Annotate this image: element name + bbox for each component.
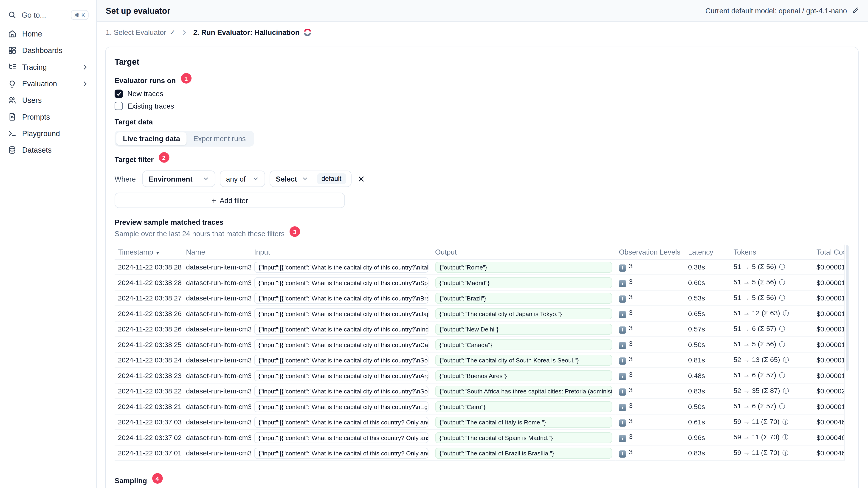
sidebar-item-dashboards[interactable]: Dashboards — [0, 42, 96, 59]
evaluator-runs-on-label: Evaluator runs on 1 — [115, 75, 849, 86]
sidebar-item-home[interactable]: Home — [0, 26, 96, 42]
sidebar-item-users[interactable]: Users — [0, 92, 96, 108]
output-cell-chip: {"output":"Brazil"} — [435, 292, 612, 303]
sidebar-item-evaluation[interactable]: Evaluation — [0, 75, 96, 92]
table-row[interactable]: 2024-11-22 03:38:28dataset-run-item-cm3s… — [115, 259, 849, 275]
input-cell: {"input":[{"content":"What is the capita… — [251, 259, 432, 275]
output-cell-chip: {"output":"Cairo"} — [435, 401, 612, 412]
breadcrumb-step-1[interactable]: 1. Select Evaluator ✓ — [105, 28, 176, 36]
table-row[interactable]: 2024-11-22 03:37:01dataset-run-item-cm3s… — [115, 445, 849, 461]
datasets-icon — [8, 145, 17, 155]
latency-cell: 0.50s — [685, 399, 730, 414]
tokens-cell: 51 → 6 (Σ 57)ⓘ — [730, 368, 813, 383]
breadcrumb: 1. Select Evaluator ✓ 2. Run Evaluator: … — [97, 22, 868, 41]
table-row[interactable]: 2024-11-22 03:37:03dataset-run-item-cm3s… — [115, 414, 849, 430]
default-model-indicator: Current default model: openai / gpt-4.1-… — [706, 6, 859, 15]
sidebar-item-label: Datasets — [22, 146, 52, 154]
observation-level-icon: i — [619, 419, 626, 426]
main-area: Set up evaluator Current default model: … — [97, 0, 868, 488]
sidebar-item-datasets[interactable]: Datasets — [0, 142, 96, 158]
total-cost-cell: $0.000011 ( — [813, 321, 849, 337]
total-cost-cell: $0.000011 ( — [813, 368, 849, 383]
sidebar-item-prompts[interactable]: Prompts — [0, 108, 96, 125]
output-cell: {"output":"The capital of Spain is Madri… — [432, 430, 615, 445]
observation-levels-cell: i3 — [616, 383, 685, 399]
setup-card: Target Evaluator runs on 1 New traces Ex… — [105, 46, 859, 488]
app-window: Go to... ⌘ K HomeDashboardsTracingEvalua… — [0, 0, 868, 488]
search-icon — [8, 10, 17, 20]
table-row[interactable]: 2024-11-22 03:38:26dataset-run-item-cm3s… — [115, 306, 849, 321]
table-row[interactable]: 2024-11-22 03:38:27dataset-run-item-cm3s… — [115, 290, 849, 306]
target-filter-label: Target filter 2 — [115, 155, 849, 165]
output-cell-chip: {"output":"The capital of Italy is Rome.… — [435, 416, 612, 427]
observation-level-icon: i — [619, 450, 626, 457]
sidebar: Go to... ⌘ K HomeDashboardsTracingEvalua… — [0, 0, 97, 488]
timestamp-cell: 2024-11-22 03:37:03 — [115, 414, 183, 430]
tokens-cell: 59 → 11 (Σ 70)ⓘ — [730, 430, 813, 445]
sidebar-item-tracing[interactable]: Tracing — [0, 59, 96, 75]
col-header-timestamp[interactable]: Timestamp▼ — [115, 245, 183, 259]
table-row[interactable]: 2024-11-22 03:38:21dataset-run-item-cm3s… — [115, 399, 849, 414]
filter-operator-select[interactable]: any of — [220, 170, 266, 187]
default-model-text: Current default model: openai / gpt-4.1-… — [706, 6, 847, 15]
table-row[interactable]: 2024-11-22 03:38:25dataset-run-item-cm3s… — [115, 337, 849, 352]
latency-cell: 0.61s — [685, 414, 730, 430]
output-cell-chip: {"output":"The capital of Brazil is Bras… — [435, 447, 612, 458]
tab-live-tracing-data[interactable]: Live tracing data — [116, 132, 187, 145]
sidebar-item-label: Tracing — [22, 63, 46, 71]
filter-value-select[interactable]: Select default — [270, 170, 352, 187]
latency-cell: 0.48s — [685, 368, 730, 383]
chevron-right-icon — [181, 29, 188, 36]
table-row[interactable]: 2024-11-22 03:38:26dataset-run-item-cm3s… — [115, 321, 849, 337]
timestamp-cell: 2024-11-22 03:38:26 — [115, 306, 183, 321]
table-row[interactable]: 2024-11-22 03:38:28dataset-run-item-cm3s… — [115, 275, 849, 290]
col-header-total-cost: Total Cost — [813, 245, 849, 259]
sidebar-item-playground[interactable]: Playground — [0, 125, 96, 142]
remove-filter-button[interactable] — [357, 175, 366, 183]
latency-cell: 0.57s — [685, 321, 730, 337]
prompts-icon — [8, 112, 17, 121]
table-scrollbar[interactable] — [844, 245, 849, 461]
observation-levels-cell: i3 — [616, 259, 685, 275]
output-cell-chip: {"output":"The capital of Spain is Madri… — [435, 432, 612, 443]
input-cell-chip: {"input":[{"content":"What is the capita… — [254, 354, 429, 365]
goto-search[interactable]: Go to... ⌘ K — [0, 7, 96, 23]
output-cell: {"output":"Brazil"} — [432, 290, 615, 306]
sampling-section: Sampling 4 % — [115, 476, 849, 488]
info-icon: ⓘ — [782, 449, 788, 456]
input-cell-chip: {"input":[{"content":"What is the capita… — [254, 323, 429, 334]
add-filter-button[interactable]: + Add filter — [115, 193, 345, 208]
scrollbar-thumb[interactable] — [845, 245, 848, 371]
table-row[interactable]: 2024-11-22 03:38:24dataset-run-item-cm3s… — [115, 352, 849, 368]
info-icon: ⓘ — [779, 294, 785, 301]
total-cost-cell: $0.00046 ( — [813, 430, 849, 445]
latency-cell: 0.53s — [685, 290, 730, 306]
table-row[interactable]: 2024-11-22 03:38:22dataset-run-item-cm3s… — [115, 383, 849, 399]
total-cost-cell: $0.000015 — [813, 306, 849, 321]
page-header: Set up evaluator Current default model: … — [97, 0, 868, 22]
output-cell-chip: {"output":"Rome"} — [435, 261, 612, 272]
preview-subheading: Sample over the last 24 hours that match… — [115, 229, 849, 239]
sort-desc-icon: ▼ — [155, 251, 160, 256]
table-row[interactable]: 2024-11-22 03:38:23dataset-run-item-cm3s… — [115, 368, 849, 383]
total-cost-cell: $0.000029 — [813, 383, 849, 399]
col-header-name: Name — [183, 245, 251, 259]
info-icon: ⓘ — [779, 263, 785, 270]
checkbox-new-traces[interactable]: New traces — [115, 90, 849, 98]
table-row[interactable]: 2024-11-22 03:37:02dataset-run-item-cm3s… — [115, 430, 849, 445]
output-cell-chip: {"output":"Madrid"} — [435, 277, 612, 288]
edit-pencil-icon[interactable] — [851, 7, 859, 14]
observation-levels-cell: i3 — [616, 275, 685, 290]
output-cell: {"output":"Cairo"} — [432, 399, 615, 414]
input-cell: {"input":[{"content":"What is the capita… — [251, 445, 432, 461]
tab-experiment-runs[interactable]: Experiment runs — [187, 132, 252, 145]
traces-table-wrap: Timestamp▼ Name Input Output Observation… — [115, 245, 849, 461]
col-header-input: Input — [251, 245, 432, 259]
output-cell: {"output":"South Africa has three capita… — [432, 383, 615, 399]
checkbox-existing-traces[interactable]: Existing traces — [115, 102, 849, 110]
filter-column-select[interactable]: Environment — [143, 170, 215, 187]
input-cell-chip: {"input":[{"content":"What is the capita… — [254, 308, 429, 319]
timestamp-cell: 2024-11-22 03:38:27 — [115, 290, 183, 306]
target-heading: Target — [115, 57, 849, 66]
name-cell: dataset-run-item-cm3s4 — [183, 337, 251, 352]
